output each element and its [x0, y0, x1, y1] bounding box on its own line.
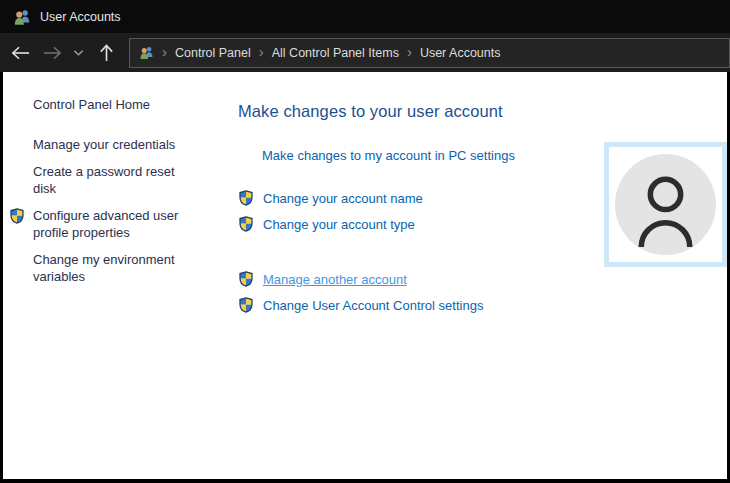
up-button[interactable]: [92, 38, 120, 68]
uac-shield-icon: [238, 216, 254, 232]
arrow-right-icon: [42, 44, 63, 62]
change-uac-settings-link[interactable]: Change User Account Control settings: [263, 298, 483, 313]
sidebar-item-label: Manage your credentials: [33, 137, 175, 152]
user-accounts-app-icon: [13, 8, 31, 26]
breadcrumb-separator-icon: ›: [259, 44, 264, 59]
sidebar-item-manage-credentials[interactable]: Manage your credentials: [8, 136, 188, 153]
sidebar-item-advanced-user-profile[interactable]: Configure advanced user profile properti…: [8, 207, 188, 241]
user-avatar: [604, 142, 727, 267]
uac-shield-icon: [238, 190, 254, 206]
forward-button[interactable]: [38, 38, 66, 68]
arrow-up-icon: [98, 43, 115, 63]
back-button[interactable]: [6, 38, 34, 68]
sidebar-item-control-panel-home[interactable]: Control Panel Home: [8, 96, 188, 113]
breadcrumb-all-control-panel-items[interactable]: All Control Panel Items: [272, 46, 399, 60]
breadcrumb-user-accounts[interactable]: User Accounts: [420, 46, 501, 60]
manage-another-account-link[interactable]: Manage another account: [263, 272, 407, 287]
change-account-type-link[interactable]: Change your account type: [263, 217, 415, 232]
location-users-icon: [139, 45, 154, 60]
task-change-account-type: Change your account type: [238, 211, 598, 237]
sidebar-item-password-reset-disk[interactable]: Create a password reset disk: [8, 163, 188, 197]
task-change-uac-settings: Change User Account Control settings: [238, 292, 598, 318]
page-title: Make changes to your user account: [238, 102, 598, 121]
navigation-toolbar: › Control Panel › All Control Panel Item…: [0, 33, 730, 72]
chevron-down-icon: [73, 49, 84, 57]
sidebar-item-label: Create a password reset disk: [33, 164, 175, 196]
avatar-circle: [615, 154, 716, 255]
titlebar: User Accounts: [0, 0, 730, 33]
task-manage-another-account: Manage another account: [238, 266, 598, 292]
sidebar-item-label: Control Panel Home: [33, 97, 150, 112]
person-silhouette-icon: [615, 154, 716, 255]
task-change-account-name: Change your account name: [238, 185, 598, 211]
sidebar-item-label: Configure advanced user profile properti…: [33, 208, 178, 240]
pc-settings-link[interactable]: Make changes to my account in PC setting…: [262, 148, 515, 163]
uac-shield-icon: [9, 208, 25, 224]
window-title: User Accounts: [40, 10, 121, 24]
main-panel: Make changes to your user account Make c…: [238, 102, 598, 318]
breadcrumb-separator-icon: ›: [162, 44, 167, 59]
sidebar-item-environment-variables[interactable]: Change my environment variables: [8, 251, 188, 285]
sidebar: Control Panel Home Manage your credentia…: [8, 96, 188, 285]
recent-pages-dropdown-button[interactable]: [68, 38, 88, 68]
user-accounts-window: User Accounts › C: [0, 0, 730, 483]
uac-shield-icon: [238, 271, 254, 287]
arrow-left-icon: [10, 44, 31, 62]
sidebar-item-label: Change my environment variables: [33, 252, 175, 284]
breadcrumb-control-panel[interactable]: Control Panel: [175, 46, 251, 60]
task-list: Change your account name Change your acc…: [238, 185, 598, 318]
uac-shield-icon: [238, 297, 254, 313]
address-bar[interactable]: › Control Panel › All Control Panel Item…: [129, 38, 730, 68]
content-area: Control Panel Home Manage your credentia…: [3, 72, 727, 479]
breadcrumb-separator-icon: ›: [407, 44, 412, 59]
change-account-name-link[interactable]: Change your account name: [263, 191, 423, 206]
